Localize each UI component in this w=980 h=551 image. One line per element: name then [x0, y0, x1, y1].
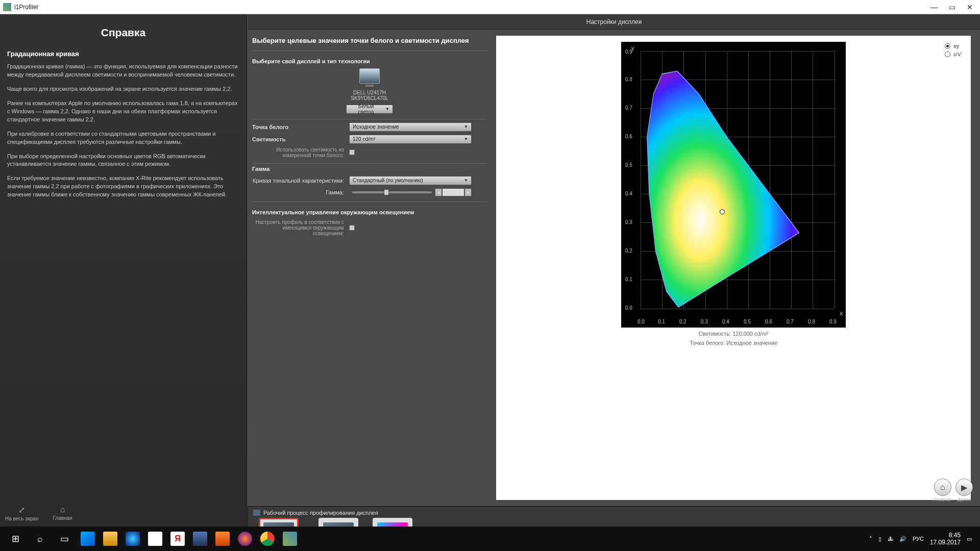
- maximize-button[interactable]: ▭: [949, 3, 955, 11]
- gamma-section-label: Гамма: [252, 166, 487, 172]
- monitor-block[interactable]: DELL U2417H SK9YD6CL470L Белый светод▼: [339, 68, 400, 114]
- radio-xy-label: xy: [953, 43, 959, 49]
- titlebar: i1Profiler — ▭ ✕: [0, 0, 980, 14]
- minimize-button[interactable]: —: [930, 3, 938, 11]
- app-title: i1Profiler: [14, 4, 930, 11]
- taskbar-edge[interactable]: [77, 527, 99, 551]
- window-controls: — ▭ ✕: [930, 3, 977, 11]
- gamma-stepper[interactable]: ◂ 2,20 ▸: [435, 188, 472, 196]
- home-button[interactable]: ⌂ Главная: [934, 479, 951, 502]
- help-bottom-buttons: ⤢На весь экран ⌂Главная: [5, 505, 72, 521]
- help-title: Справка: [7, 27, 239, 39]
- whitepoint-marker[interactable]: [720, 209, 725, 214]
- close-button[interactable]: ✕: [967, 3, 973, 11]
- x-axis-label: x: [840, 310, 843, 316]
- next-button[interactable]: ▶ Далее: [955, 479, 973, 502]
- start-button[interactable]: ⊞: [3, 527, 28, 551]
- workflow-title-text: Рабочий процесс профилирования дисплея: [263, 510, 378, 516]
- tray-battery-icon[interactable]: ▯: [878, 536, 881, 542]
- help-home-label: Главная: [53, 515, 72, 521]
- tray-notifications-icon[interactable]: ▭: [967, 536, 972, 542]
- home-icon: ⌂: [934, 479, 951, 496]
- luminance-label: Светимость: [252, 136, 349, 142]
- help-panel: Справка Градационная кривая Градационная…: [0, 14, 247, 506]
- help-subtitle: Градационная кривая: [7, 50, 239, 58]
- fullscreen-icon: ⤢: [18, 505, 25, 515]
- tray-date: 17.09.2017: [930, 539, 961, 546]
- gamma-value: 2,20: [442, 188, 464, 196]
- ambient-heading: Интеллектуальное управление окружающим о…: [252, 209, 487, 215]
- workflow-title: Рабочий процесс профилирования дисплея: [253, 509, 975, 518]
- spectral-locus: [641, 51, 835, 309]
- ambient-checkbox[interactable]: [349, 225, 355, 231]
- taskview-button[interactable]: ▭: [52, 527, 77, 551]
- chart-mode-radiogroup: xy u'v': [945, 43, 962, 59]
- main-panel: Настройки дисплея Выберите целевые значе…: [247, 14, 980, 506]
- radio-uv[interactable]: u'v': [945, 51, 962, 57]
- help-home-button[interactable]: ⌂Главная: [53, 505, 72, 521]
- radio-uv-label: u'v': [953, 51, 962, 57]
- nav-buttons: ⌂ Главная ▶ Далее: [934, 479, 973, 502]
- taskbar-save[interactable]: [189, 527, 211, 551]
- tonecurve-label: Кривая тональной характеристики:: [252, 178, 349, 184]
- monitor-stand-icon: [365, 85, 374, 87]
- tech-dropdown[interactable]: Белый светод▼: [346, 105, 393, 114]
- stepper-increment[interactable]: ▸: [464, 188, 472, 196]
- chart-whitepoint-info: Точка белого: Исходное значение: [690, 340, 777, 346]
- tonecurve-dropdown[interactable]: Стандартный (по умолчанию)▼: [349, 176, 472, 185]
- caret-down-icon: ▼: [464, 124, 468, 129]
- play-icon: ▶: [955, 479, 973, 496]
- tray-clock[interactable]: 8:45 17.09.2017: [930, 532, 961, 546]
- luminance-hint: Использовать светимость из измеренной то…: [252, 147, 349, 158]
- gamma-slider[interactable]: [352, 191, 432, 193]
- tray-volume-icon[interactable]: 🔊: [899, 536, 906, 542]
- luminance-dropdown[interactable]: 120 cd/m²▼: [349, 135, 472, 144]
- home-icon: ⌂: [60, 505, 65, 514]
- system-tray[interactable]: ˄ ▯ 🖧 🔊 РУС 8:45 17.09.2017 ▭: [869, 532, 977, 546]
- next-label: Далее: [958, 497, 971, 502]
- chart-panel: xy u'v' y x: [496, 36, 971, 500]
- radio-icon: [945, 43, 950, 49]
- radio-icon: [945, 52, 950, 57]
- tonecurve-value: Стандартный (по умолчанию): [353, 178, 423, 183]
- radio-xy[interactable]: xy: [945, 43, 962, 49]
- tray-chevron-icon[interactable]: ˄: [869, 536, 872, 542]
- fullscreen-label: На весь экран: [5, 516, 38, 521]
- luminance-value: 120 cd/m²: [353, 136, 375, 142]
- app-icon: [3, 3, 11, 11]
- gamma-field-label: Гамма:: [252, 189, 349, 195]
- help-text: При калибровке в соответствии со стандар…: [7, 130, 239, 146]
- cie-chart: y x: [621, 42, 846, 328]
- fullscreen-button[interactable]: ⤢На весь экран: [5, 505, 38, 521]
- taskbar: ⊞ ⌕ ▭ Я ˄ ▯ 🖧 🔊 РУС 8:45 17.09.2017 ▭: [0, 527, 980, 551]
- search-button[interactable]: ⌕: [28, 527, 52, 551]
- monitor-name: DELL U2417H: [339, 90, 400, 95]
- chart-luminance-info: Светимость: 120.000 cd/m²: [699, 331, 769, 337]
- taskbar-thunderbolt[interactable]: [121, 527, 144, 551]
- taskbar-chrome[interactable]: [256, 527, 279, 551]
- slider-thumb[interactable]: [384, 189, 389, 195]
- taskbar-firefox[interactable]: [234, 527, 256, 551]
- caret-down-icon: ▼: [464, 178, 468, 183]
- caret-down-icon: ▼: [385, 107, 389, 111]
- whitepoint-label: Точка белого: [252, 124, 349, 130]
- whitepoint-value: Исходное значение: [353, 124, 399, 130]
- taskbar-explorer[interactable]: [99, 527, 121, 551]
- taskbar-yandex[interactable]: Я: [166, 527, 189, 551]
- luminance-from-wp-checkbox[interactable]: [349, 149, 355, 155]
- ambient-label: Настроить профиль в соответствии с имеющ…: [252, 219, 349, 236]
- help-text: Чаще всего для просмотра изображений на …: [7, 85, 239, 93]
- monitor-serial: SK9YD6CL470L: [339, 95, 400, 101]
- taskbar-ebay[interactable]: [144, 527, 166, 551]
- monitor-icon: [359, 68, 380, 84]
- tray-language[interactable]: РУС: [913, 536, 924, 542]
- whitepoint-dropdown[interactable]: Исходное значение▼: [349, 122, 472, 132]
- settings-heading: Выберите целевые значения точки белого и…: [252, 37, 487, 51]
- taskbar-orange[interactable]: [211, 527, 234, 551]
- taskbar-i1profiler[interactable]: [279, 527, 301, 551]
- tab-title: Настройки дисплея: [248, 14, 980, 30]
- help-text: При выборе определенной настройки основн…: [7, 153, 239, 169]
- section-display-label: Выберите свой дисплей и тип технологии: [252, 58, 487, 64]
- tray-network-icon[interactable]: 🖧: [888, 536, 893, 542]
- stepper-decrement[interactable]: ◂: [435, 188, 442, 196]
